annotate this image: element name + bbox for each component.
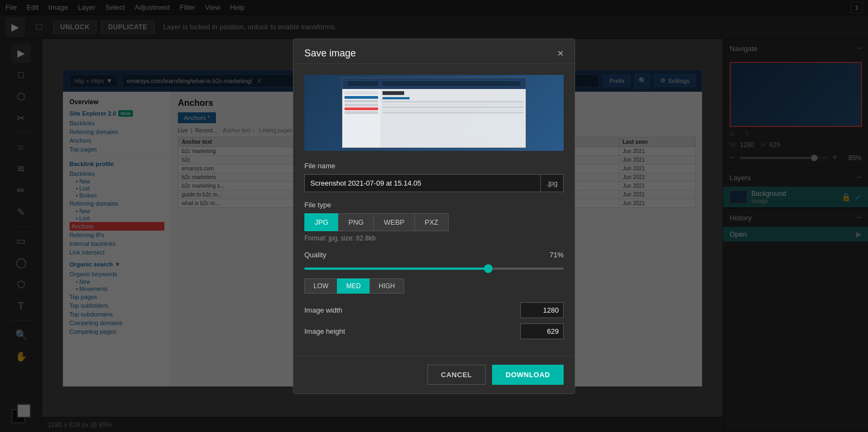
preview-url-elem [347, 80, 379, 87]
preview-row-4 [382, 109, 524, 111]
preview-row-2 [382, 104, 524, 105]
image-width-label: Image width [304, 306, 342, 314]
png-type-button[interactable]: PNG [338, 213, 374, 231]
preview-url-main [381, 80, 521, 87]
image-width-row: Image width [304, 302, 564, 318]
file-type-group: File type JPG PNG WEBP PXZ Format: jpg, … [304, 201, 564, 242]
preview-title [382, 91, 404, 95]
quality-label: Quality [304, 251, 326, 259]
image-preview [304, 75, 564, 151]
high-quality-button[interactable]: HIGH [369, 278, 404, 294]
quality-buttons: LOW MED HIGH [304, 278, 564, 294]
modal-overlay[interactable]: Save image × [0, 0, 868, 432]
preview-main [380, 89, 526, 148]
quality-row: Quality 71% [304, 251, 564, 259]
quality-group: Quality 71% LOW MED HIGH [304, 251, 564, 294]
cancel-button[interactable]: CANCEL [427, 365, 486, 385]
file-name-label: File name [304, 162, 564, 170]
quality-value: 71% [550, 251, 564, 259]
modal-close-button[interactable]: × [557, 48, 564, 59]
preview-image-content [342, 78, 526, 148]
file-extension: .jpg [540, 174, 564, 192]
image-height-label: Image height [304, 327, 345, 335]
file-name-group: File name .jpg [304, 162, 564, 192]
image-height-input[interactable] [520, 323, 564, 339]
med-quality-button[interactable]: MED [337, 278, 370, 294]
image-width-input[interactable] [520, 302, 564, 318]
preview-sb-2 [344, 96, 378, 99]
image-height-row: Image height [304, 323, 564, 339]
file-type-row: JPG PNG WEBP PXZ [304, 213, 564, 231]
preview-sidebar [342, 89, 380, 148]
preview-tab [382, 97, 410, 99]
format-info: Format: jpg, size: 82.8kb [304, 234, 564, 242]
quality-slider-container [304, 263, 564, 274]
download-button[interactable]: DOWNLOAD [492, 365, 564, 385]
preview-sb-1 [344, 91, 378, 94]
file-name-input[interactable] [304, 174, 540, 192]
jpg-type-button[interactable]: JPG [304, 213, 339, 231]
file-name-row: .jpg [304, 174, 564, 192]
preview-sb-4 [344, 104, 378, 106]
file-type-label: File type [304, 201, 564, 209]
pxz-type-button[interactable]: PXZ [414, 213, 449, 231]
modal-title: Save image [304, 48, 356, 59]
preview-placeholder [304, 75, 564, 151]
preview-sb-3 [344, 100, 378, 103]
low-quality-button[interactable]: LOW [304, 278, 337, 294]
preview-sb-5 [344, 107, 378, 110]
modal-body: File name .jpg File type JPG PNG WEBP PX… [293, 64, 575, 355]
webp-type-button[interactable]: WEBP [373, 213, 414, 231]
preview-row-5 [382, 112, 524, 113]
preview-sb-6 [344, 111, 378, 114]
preview-body [342, 89, 526, 148]
preview-row-1 [382, 101, 524, 103]
modal-header: Save image × [293, 39, 575, 64]
preview-url-bar [342, 78, 526, 89]
preview-row-3 [382, 106, 524, 108]
save-image-modal: Save image × [293, 39, 575, 394]
modal-footer: CANCEL DOWNLOAD [293, 355, 575, 393]
